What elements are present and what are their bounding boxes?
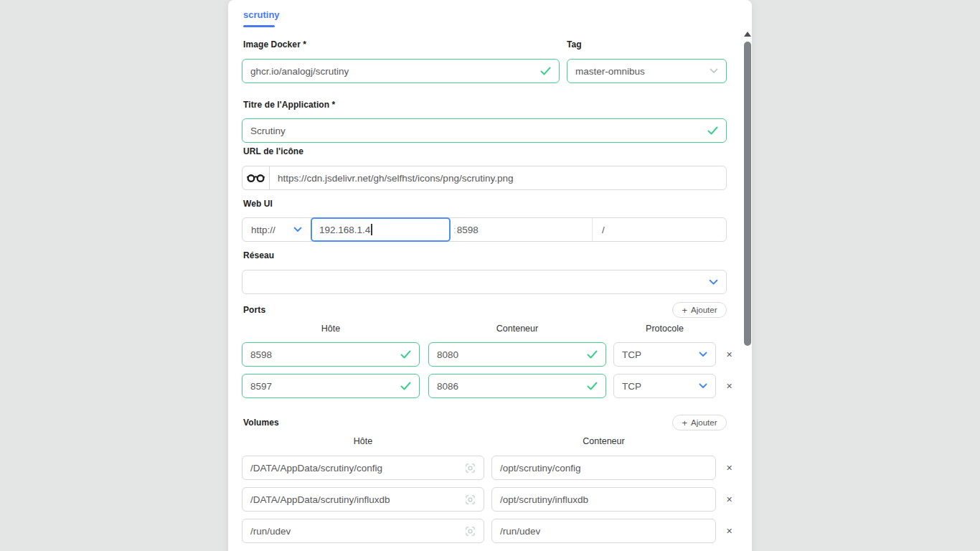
volume-row: /DATA/AppData/scrutiny/config /opt/scrut… (242, 456, 744, 480)
port-value: 8598 (457, 225, 479, 235)
valid-check-icon (400, 350, 411, 359)
volume-row: /run/udev /run/udev ✕ (242, 519, 744, 543)
add-volume-label: Ajouter (691, 418, 717, 427)
remove-port-button[interactable]: ✕ (725, 381, 734, 392)
port-protocol-value: TCP (622, 349, 641, 360)
scheme-value: http:// (251, 225, 275, 235)
folder-picker-icon[interactable] (465, 494, 476, 505)
web-ui-label: Web UI (243, 199, 273, 209)
volume-host-value: /DATA/AppData/scrutiny/influxdb (250, 494, 390, 505)
port-protocol-select[interactable]: TCP (613, 342, 716, 367)
valid-check-icon (400, 382, 411, 390)
icon-url-label: URL de l'icône (243, 146, 303, 156)
app-title-label: Titre de l'Application * (243, 100, 335, 110)
port-container-value: 8080 (437, 349, 458, 360)
volumes-host-header: Hôte (242, 436, 484, 446)
port-row: 8598 8080 TCP ✕ (242, 342, 744, 367)
icon-url-input[interactable]: https://cdn.jsdelivr.net/gh/selfhst/icon… (269, 166, 727, 190)
image-docker-label: Image Docker * (243, 39, 306, 50)
network-select[interactable] (242, 270, 727, 294)
port-host-value: 8598 (250, 349, 272, 360)
path-segment-input[interactable]: / (593, 218, 726, 241)
network-label: Réseau (243, 250, 274, 260)
add-volume-button[interactable]: + Ajouter (672, 415, 727, 430)
web-ui-field-group: http:// 192.168.1.4 : 8598 / (242, 217, 727, 242)
chevron-down-icon (709, 279, 718, 286)
folder-picker-icon[interactable] (465, 463, 476, 474)
remove-volume-button[interactable]: ✕ (725, 526, 734, 537)
volume-container-input[interactable]: /opt/scrutiny/config (491, 456, 716, 480)
host-value: 192.168.1.4 (319, 225, 370, 235)
app-title-input[interactable]: Scrutiny (242, 118, 727, 143)
port-protocol-select[interactable]: TCP (613, 374, 716, 398)
add-port-button[interactable]: + Ajouter (672, 302, 727, 318)
volume-host-value: /DATA/AppData/scrutiny/config (250, 463, 382, 474)
remove-volume-button[interactable]: ✕ (725, 494, 734, 505)
valid-check-icon (540, 67, 551, 75)
ports-container-header: Conteneur (428, 324, 606, 334)
app-title-value: Scrutiny (250, 126, 286, 136)
volume-container-value: /opt/scrutiny/influxdb (500, 494, 588, 505)
port-separator: : (453, 225, 456, 235)
volume-container-value: /opt/scrutiny/config (500, 463, 581, 474)
app-config-panel: scrutiny Image Docker * ghcr.io/analogj/… (228, 0, 752, 551)
volume-host-input[interactable]: /DATA/AppData/scrutiny/influxdb (242, 487, 484, 512)
port-row: 8597 8086 TCP ✕ (242, 374, 744, 398)
tag-value: master-omnibus (575, 66, 645, 77)
text-cursor (371, 224, 372, 235)
port-container-value: 8086 (437, 381, 458, 392)
tab-active-indicator (243, 25, 275, 27)
port-container-input[interactable]: 8080 (428, 342, 606, 367)
tab-scrutiny[interactable]: scrutiny (243, 9, 280, 20)
plus-icon: + (682, 418, 687, 428)
volume-row: /DATA/AppData/scrutiny/influxdb /opt/scr… (242, 487, 744, 512)
remove-volume-button[interactable]: ✕ (725, 463, 734, 474)
remove-port-button[interactable]: ✕ (725, 349, 734, 360)
port-host-input[interactable]: 8597 (242, 374, 420, 398)
docker-image-value: ghcr.io/analogj/scrutiny (250, 66, 349, 77)
icon-url-value: https://cdn.jsdelivr.net/gh/selfhst/icon… (278, 173, 513, 184)
chevron-down-icon (699, 383, 707, 389)
folder-picker-icon[interactable] (465, 526, 476, 537)
tag-select[interactable]: master-omnibus (567, 59, 727, 83)
chevron-down-icon (293, 227, 302, 232)
tag-label: Tag (567, 39, 582, 50)
valid-check-icon (587, 382, 598, 390)
scrollbar-up-arrow[interactable] (744, 32, 751, 37)
app-icon-preview (242, 166, 270, 190)
valid-check-icon (587, 350, 598, 359)
port-container-input[interactable]: 8086 (428, 374, 606, 398)
add-port-label: Ajouter (691, 306, 717, 314)
host-input-focused[interactable]: 192.168.1.4 (311, 217, 451, 242)
volumes-section-label: Volumes (243, 418, 279, 428)
port-protocol-value: TCP (622, 381, 641, 392)
ports-section-label: Ports (243, 305, 265, 315)
port-host-value: 8597 (250, 381, 272, 392)
volume-container-input[interactable]: /opt/scrutiny/influxdb (491, 487, 716, 512)
docker-image-input[interactable]: ghcr.io/analogj/scrutiny (242, 59, 560, 83)
ports-host-header: Hôte (242, 324, 420, 334)
glasses-icon (246, 173, 265, 183)
plus-icon: + (682, 306, 687, 315)
chevron-down-icon (710, 68, 718, 74)
volume-container-input[interactable]: /run/udev (491, 519, 716, 543)
volumes-container-header: Conteneur (491, 436, 716, 446)
chevron-down-icon (699, 352, 707, 357)
volume-container-value: /run/udev (500, 526, 540, 537)
scheme-select[interactable]: http:// (242, 218, 309, 241)
scrollbar-thumb[interactable] (744, 42, 751, 346)
path-value: / (602, 225, 605, 235)
volume-host-input[interactable]: /DATA/AppData/scrutiny/config (242, 456, 484, 480)
port-host-input[interactable]: 8598 (242, 342, 420, 367)
page-background: scrutiny Image Docker * ghcr.io/analogj/… (0, 0, 980, 551)
valid-check-icon (707, 126, 718, 135)
volume-host-input[interactable]: /run/udev (242, 519, 484, 543)
port-segment-input[interactable]: : 8598 (451, 218, 593, 241)
ports-protocol-header: Protocole (613, 324, 716, 334)
volume-host-value: /run/udev (250, 526, 291, 537)
